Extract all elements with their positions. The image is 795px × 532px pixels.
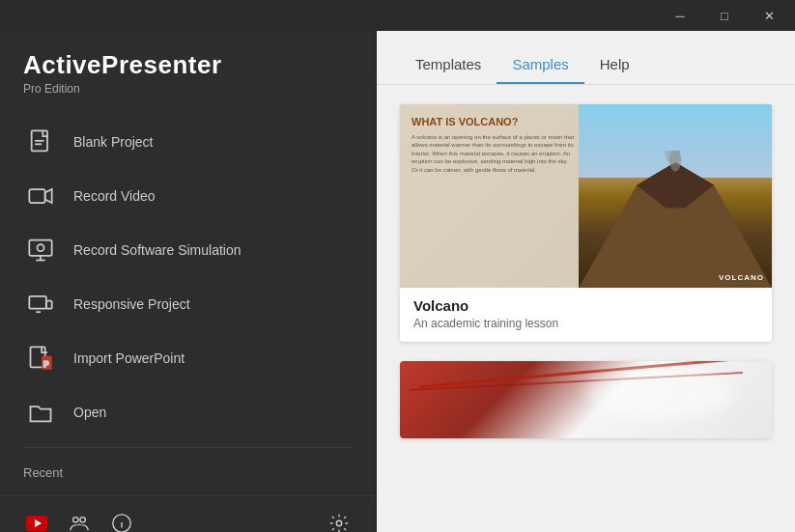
sidebar-item-label: Import PowerPoint (73, 350, 185, 366)
youtube-icon[interactable] (19, 506, 54, 532)
sidebar: ActivePresenter Pro Edition Blank Projec… (0, 31, 377, 532)
settings-icon[interactable] (322, 506, 356, 532)
sidebar-item-label: Blank Project (73, 134, 153, 150)
volcano-overlay: WHAT IS VOLCANO? A volcano is an opening… (400, 104, 586, 288)
maximize-button[interactable]: □ (702, 0, 747, 31)
content-scroll[interactable]: WHAT IS VOLCANO? A volcano is an opening… (377, 85, 795, 532)
minimize-button[interactable]: ─ (658, 0, 702, 31)
sidebar-item-label: Record Video (73, 188, 156, 204)
volcano-thumb: WHAT IS VOLCANO? A volcano is an opening… (400, 104, 772, 288)
sidebar-menu: Blank Project Record Video (0, 105, 376, 495)
svg-point-5 (38, 244, 44, 251)
responsive-icon (23, 287, 58, 322)
sample-desc-volcano: An academic training lesson (413, 317, 758, 330)
app-edition: Pro Edition (23, 82, 353, 96)
svg-text:P: P (43, 360, 49, 369)
powerpoint-icon: P (23, 341, 58, 376)
sidebar-footer (0, 495, 376, 532)
title-bar: ─ □ ✕ (0, 0, 795, 31)
close-button[interactable]: ✕ (747, 0, 791, 31)
svg-rect-9 (46, 301, 52, 309)
sidebar-item-record-video[interactable]: Record Video (0, 169, 376, 223)
volcano-thumb-body: A volcano is an opening on the surface o… (412, 133, 575, 174)
sidebar-item-responsive-project[interactable]: Responsive Project (0, 277, 376, 331)
main-layout: ActivePresenter Pro Edition Blank Projec… (0, 31, 795, 532)
volcano-image-area (579, 104, 772, 288)
screen-record-icon (23, 233, 58, 267)
svg-point-21 (336, 520, 342, 526)
content-area: Templates Samples Help WHAT IS VOLCANO? … (377, 31, 795, 532)
svg-rect-3 (29, 189, 44, 203)
svg-point-16 (73, 518, 79, 523)
info-icon[interactable] (104, 506, 139, 532)
svg-rect-8 (29, 296, 46, 309)
sample-card-second[interactable] (400, 361, 772, 438)
volcano-label: VOLCANO (719, 273, 764, 282)
sample-thumbnail-second (400, 361, 772, 438)
tab-templates[interactable]: Templates (400, 56, 497, 84)
sample-info-volcano: Volcano An academic training lesson (400, 288, 772, 342)
video-icon (23, 179, 58, 213)
app-header: ActivePresenter Pro Edition (0, 31, 376, 105)
document-icon (23, 125, 58, 159)
svg-point-17 (80, 518, 86, 523)
svg-rect-4 (29, 240, 51, 256)
sample-card-volcano[interactable]: WHAT IS VOLCANO? A volcano is an opening… (400, 104, 772, 342)
sample-thumbnail-volcano: WHAT IS VOLCANO? A volcano is an opening… (400, 104, 772, 288)
sidebar-item-label: Open (73, 405, 106, 420)
sidebar-item-import-powerpoint[interactable]: P Import PowerPoint (0, 331, 376, 385)
sidebar-item-label: Responsive Project (73, 296, 190, 312)
sample-name-volcano: Volcano (413, 297, 758, 314)
sidebar-item-blank-project[interactable]: Blank Project (0, 115, 376, 169)
folder-icon (23, 395, 58, 430)
sidebar-divider (23, 447, 353, 448)
app-title: ActivePresenter (23, 50, 353, 80)
tabs-bar: Templates Samples Help (377, 31, 795, 85)
tab-samples[interactable]: Samples (497, 56, 583, 84)
sidebar-item-open[interactable]: Open (0, 385, 376, 439)
tab-help[interactable]: Help (584, 56, 645, 84)
community-icon[interactable] (62, 506, 97, 532)
sidebar-item-label: Record Software Simulation (73, 242, 241, 258)
volcano-thumb-title: WHAT IS VOLCANO? (412, 116, 575, 127)
sidebar-item-record-simulation[interactable]: Record Software Simulation (0, 223, 376, 277)
footer-icons (19, 506, 139, 532)
recent-label: Recent (0, 456, 376, 486)
